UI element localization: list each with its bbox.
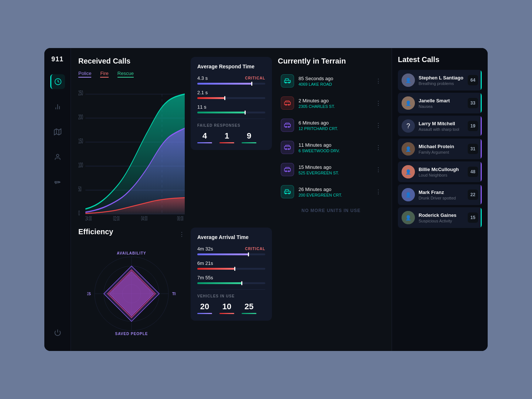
vehicle-count-2: 10 <box>219 302 234 314</box>
call-item-5[interactable]: 👤 Billie McCullough Loud Neighbors 48 <box>398 161 482 182</box>
terrain-more-4[interactable]: ⋮ <box>375 144 381 151</box>
terrain-info-2: 2 Minutes ago 2305 CHARLES ST. <box>299 98 371 109</box>
svg-text:02:00: 02:00 <box>113 215 120 222</box>
call-info-6: Mark Franz Drunk Driver spotted <box>419 190 464 200</box>
svg-text:200: 200 <box>78 113 83 121</box>
svg-rect-38 <box>284 168 291 171</box>
terrain-item-4[interactable]: 11 Minutes ago 6 SWEETWOOD DRV. ⋮ <box>278 137 384 158</box>
terrain-item-1[interactable]: 85 Seconds ago 4069 LAKE ROAD ⋮ <box>278 71 384 91</box>
call-item-6[interactable]: 👤 Mark Franz Drunk Driver spotted 22 <box>398 184 482 205</box>
progress-bar-1 <box>197 83 265 85</box>
filter-police[interactable]: Police <box>78 71 91 78</box>
failed-count-3: 9 <box>242 131 256 143</box>
sidebar-item-dashboard[interactable] <box>50 74 65 89</box>
terrain-address-6: 200 EVERGREEN CRT. <box>299 193 371 197</box>
terrain-more-1[interactable]: ⋮ <box>375 78 381 85</box>
sidebar-item-users[interactable] <box>50 150 65 164</box>
efficiency-more[interactable]: ⋮ <box>179 231 185 238</box>
svg-rect-35 <box>284 146 291 149</box>
call-issue-1: Breathing problems <box>419 81 464 86</box>
avg-arrival-title: Average Arrival Time <box>197 234 265 240</box>
svg-rect-29 <box>284 102 291 105</box>
call-issue-3: Assault with sharp tool <box>419 127 464 132</box>
efficiency-title: Efficiency <box>78 228 113 236</box>
svg-text:AVAILABILITY: AVAILABILITY <box>117 251 146 255</box>
progress-fill-1 <box>197 83 252 85</box>
filter-fire[interactable]: Fire <box>100 71 108 78</box>
terrain-more-5[interactable]: ⋮ <box>375 166 381 173</box>
svg-text:👤: 👤 <box>405 77 412 83</box>
metric-value-1: 4.3 s <box>197 75 208 81</box>
brand-logo: 911 <box>51 55 64 63</box>
terrain-time-6: 26 Minutes ago <box>299 187 371 192</box>
terrain-info-6: 26 Minutes ago 200 EVERGREEN CRT. <box>299 187 371 197</box>
call-badge-6: 22 <box>468 190 478 200</box>
terrain-title: Currently in Terrain <box>278 57 384 65</box>
call-badge-1: 64 <box>468 75 478 85</box>
terrain-icon-3 <box>281 119 294 132</box>
failed-count-1: 4 <box>197 131 212 143</box>
terrain-time-3: 6 Minutes ago <box>299 120 371 126</box>
call-info-2: Janelle Smart Nausea <box>419 98 464 109</box>
terrain-icon-4 <box>281 141 294 154</box>
call-info-7: Roderick Gaines Suspicious Activity <box>419 212 464 223</box>
terrain-item-3[interactable]: 6 Minutes ago 12 PRITCHARD CRT. ⋮ <box>278 115 384 136</box>
svg-text:TIME: TIME <box>172 292 176 296</box>
metric-value-2: 2.1 s <box>197 90 208 95</box>
call-item-1[interactable]: 👤 Stephen L Santiago Breathing problems … <box>398 70 482 91</box>
call-info-3: Larry M Mitchell Assault with sharp tool <box>419 121 464 132</box>
terrain-item-6[interactable]: 26 Minutes ago 200 EVERGREEN CRT. ⋮ <box>278 181 384 202</box>
call-issue-4: Family Argument <box>419 150 464 154</box>
call-name-4: Michael Protein <box>419 144 464 149</box>
call-issue-5: Loud Neighbors <box>419 173 464 177</box>
main-content: Received Calls Police Fire Rescue 250 20… <box>71 48 392 351</box>
call-badge-2: 33 <box>468 98 478 108</box>
failed-number-3: 9 <box>247 131 251 141</box>
bottom-spacer <box>278 228 384 342</box>
latest-calls-panel: Latest Calls 👤 Stephen L Santiago Breath… <box>392 48 488 351</box>
call-info-5: Billie McCullough Loud Neighbors <box>419 167 464 177</box>
terrain-address-3: 12 PRITCHARD CRT. <box>299 126 371 131</box>
arrival-fill-1 <box>197 253 248 255</box>
svg-marker-4 <box>54 129 61 135</box>
vehicle-count-3: 25 <box>242 302 256 314</box>
terrain-more-3[interactable]: ⋮ <box>375 122 381 129</box>
svg-text:04:00: 04:00 <box>141 215 147 222</box>
efficiency-header: Efficiency ⋮ <box>78 228 185 241</box>
avg-respond-title: Average Respond Time <box>197 64 265 69</box>
terrain-more-6[interactable]: ⋮ <box>375 188 381 195</box>
card-divider <box>197 119 265 119</box>
latest-calls-title: Latest Calls <box>398 55 482 64</box>
received-calls-chart: 250 200 150 100 50 0 <box>78 83 185 222</box>
call-item-4[interactable]: 👤 Michael Protein Family Argument 31 <box>398 139 482 159</box>
svg-text:👤: 👤 <box>405 192 412 198</box>
filter-rescue[interactable]: Rescue <box>117 71 134 78</box>
terrain-item-2[interactable]: 2 Minutes ago 2305 CHARLES ST. ⋮ <box>278 93 384 113</box>
sidebar-item-map[interactable] <box>50 125 65 139</box>
power-button[interactable] <box>54 329 61 336</box>
sidebar-item-weapons[interactable] <box>50 175 65 190</box>
svg-text:SAVED PEOPLE: SAVED PEOPLE <box>115 332 148 336</box>
failed-label: FAILED RESPONSES <box>197 123 265 127</box>
terrain-icon-2 <box>281 96 294 110</box>
sidebar-item-charts[interactable] <box>50 99 65 114</box>
terrain-info-5: 15 Minutes ago 525 EVERGREEN ST. <box>299 164 371 175</box>
call-item-7[interactable]: 👤 Roderick Gaines Suspicious Activity 15 <box>398 207 482 228</box>
svg-text:0: 0 <box>78 209 80 217</box>
arrival-critical-1: CRITICAL <box>245 247 265 251</box>
call-issue-6: Drunk Driver spotted <box>419 196 464 200</box>
sidebar-bottom <box>54 329 61 344</box>
call-item-2[interactable]: 👤 Janelle Smart Nausea 33 <box>398 93 482 113</box>
terrain-item-5[interactable]: 15 Minutes ago 525 EVERGREEN ST. ⋮ <box>278 159 384 180</box>
terrain-section: Currently in Terrain 85 Seconds ago 4069… <box>278 57 384 222</box>
metric-row-2: 2.1 s <box>197 90 265 99</box>
failed-bar-3 <box>242 142 256 143</box>
svg-rect-32 <box>284 124 291 127</box>
received-calls-title: Received Calls <box>78 57 185 65</box>
terrain-info-4: 11 Minutes ago 6 SWEETWOOD DRV. <box>299 142 371 153</box>
terrain-more-2[interactable]: ⋮ <box>375 100 381 107</box>
terrain-info-1: 85 Seconds ago 4069 LAKE ROAD <box>299 76 371 86</box>
call-item-3[interactable]: ? Larry M Mitchell Assault with sharp to… <box>398 116 482 136</box>
call-name-5: Billie McCullough <box>419 167 464 172</box>
failed-counts: 4 1 9 <box>197 131 265 143</box>
